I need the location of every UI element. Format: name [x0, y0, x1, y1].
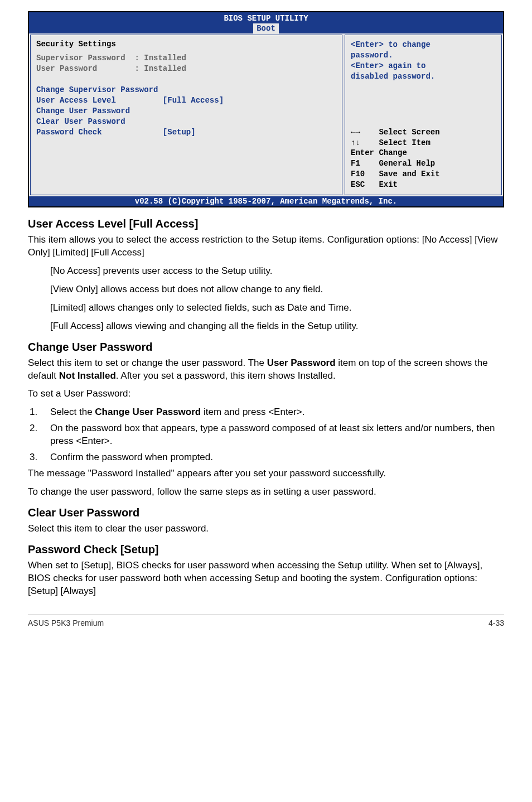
cup-p1e: . After you set a password, this item sh… [116, 370, 336, 381]
bios-help-l1: <Enter> to change [351, 40, 496, 50]
bios-change-supervisor[interactable]: Change Supervisor Password [36, 85, 336, 95]
cup-p3: The message "Password Installed" appears… [28, 467, 504, 480]
bios-ual-value[interactable]: [Full Access] [163, 96, 224, 105]
bios-change-user[interactable]: Change User Password [36, 106, 336, 117]
arrow-ud-icon [351, 138, 360, 147]
nav-esc: ESC Exit [351, 180, 496, 190]
cup-steps: Select the Change User Password item and… [28, 406, 504, 464]
ual-opt-fullaccess: [Full Access] allows viewing and changin… [50, 320, 504, 333]
bios-nav-keys: Select Screen Select Item Enter Change F… [351, 127, 496, 190]
cup-step3: Confirm the password when prompted. [40, 451, 504, 464]
cup-p4: To change the user password, follow the … [28, 486, 504, 499]
cup-s1b: Change User Password [95, 407, 201, 417]
page-footer: ASUS P5K3 Premium 4-33 [28, 615, 504, 627]
cup-step1: Select the Change User Password item and… [40, 406, 504, 419]
cup-s1c: item and press <Enter>. [201, 407, 304, 417]
bios-help-text: <Enter> to change password. <Enter> agai… [351, 40, 496, 82]
bios-side-panel: <Enter> to change password. <Enter> agai… [345, 35, 502, 195]
nav-f1: F1 General Help [351, 158, 496, 169]
bios-header-title: BIOS SETUP UTILITY [29, 13, 503, 23]
bios-user-label: User Password : [36, 64, 144, 73]
arrow-lr-icon [351, 128, 360, 137]
cup-s1a: Select the [50, 407, 95, 417]
nav-select-item: Select Item [379, 138, 430, 147]
ual-opt-viewonly: [View Only] allows access but does not a… [50, 283, 504, 296]
heading-user-access-level: User Access Level [Full Access] [28, 218, 504, 230]
bios-sup-label: Supervisor Password : [36, 54, 144, 62]
nav-select-screen: Select Screen [379, 128, 439, 137]
cup-settitle: To set a User Password: [28, 388, 504, 400]
cup-step2: On the password box that appears, type a… [40, 422, 504, 448]
heading-clear-user-password: Clear User Password [28, 506, 504, 519]
ual-opt-noaccess: [No Access] prevents user access to the … [50, 265, 504, 278]
heading-password-check: Password Check [Setup] [28, 543, 504, 556]
ual-desc: This item allows you to select the acces… [28, 234, 504, 259]
bios-panel-title: Security Settings [36, 40, 336, 49]
bios-help-l4: disabled password. [351, 71, 496, 82]
bios-main-panel: Security Settings Supervisor Password : … [30, 35, 342, 195]
bios-sup-value: Installed [144, 54, 186, 62]
bios-footer: v02.58 (C)Copyright 1985-2007, American … [29, 196, 503, 206]
nav-f10: F10 Save and Exit [351, 169, 496, 180]
bios-pc-value[interactable]: [Setup] [163, 128, 196, 137]
clup-p1: Select this item to clear the user passw… [28, 523, 504, 535]
cup-p1b: User Password [267, 357, 336, 368]
bios-pc-label[interactable]: Password Check [36, 128, 163, 137]
bios-clear-user[interactable]: Clear User Password [36, 117, 336, 127]
footer-left: ASUS P5K3 Premium [28, 619, 104, 627]
cup-p1: Select this item to set or change the us… [28, 357, 504, 383]
bios-user-value: Installed [144, 64, 186, 73]
heading-change-user-password: Change User Password [28, 341, 504, 354]
ual-opt-limited: [Limited] allows changes only to selecte… [50, 302, 504, 315]
cup-p1a: Select this item to set or change the us… [28, 357, 267, 368]
nav-enter: Enter Change [351, 148, 496, 158]
pc-p1: When set to [Setup], BIOS checks for use… [28, 559, 504, 598]
bios-ual-label[interactable]: User Access Level [36, 96, 163, 105]
cup-p1d: Not Installed [59, 370, 116, 381]
bios-screenshot: BIOS SETUP UTILITY Boot Security Setting… [28, 11, 504, 207]
footer-right: 4-33 [489, 619, 504, 627]
bios-help-l3: <Enter> again to [351, 61, 496, 71]
bios-header: BIOS SETUP UTILITY Boot [29, 12, 503, 33]
bios-tab-boot: Boot [253, 23, 279, 33]
bios-help-l2: password. [351, 50, 496, 61]
